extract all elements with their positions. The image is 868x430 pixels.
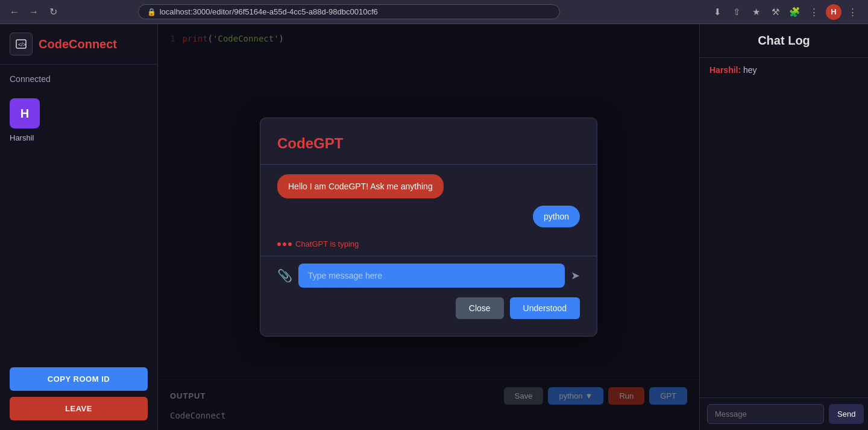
address-bar[interactable]: 🔒 localhost:3000/editor/96f5164e-a55d-4c… (138, 4, 560, 19)
browser-actions: ⬇ ⇧ ★ ⚒ 🧩 ⋮ H ⋮ (710, 4, 861, 20)
attach-icon[interactable]: 📎 (277, 268, 292, 283)
user-row: H Harshil (10, 98, 148, 142)
dot-1 (277, 242, 281, 246)
browser-bar: ← → ↻ 🔒 localhost:3000/editor/96f5164e-a… (0, 0, 868, 24)
codegpt-modal: CodeGPT Hello I am CodeGPT! Ask me anyth… (260, 118, 597, 337)
puzzle-icon[interactable]: 🧩 (787, 4, 803, 20)
extension-icon[interactable]: ⚒ (768, 4, 784, 20)
typing-indicator: ChatGPT is typing (277, 239, 580, 248)
typing-dots (277, 242, 292, 246)
chat-message-1: Harshil: hey (709, 65, 858, 75)
main-layout: </> CodeConnect Connected H Harshil COPY… (0, 24, 868, 430)
modal-divider-bottom (260, 256, 597, 256)
reload-button[interactable]: ↻ (46, 5, 60, 19)
logo-icon: </> (10, 33, 33, 55)
url-text: localhost:3000/editor/96f5164e-a55d-4cc5… (160, 7, 378, 16)
send-button[interactable]: Send (829, 404, 864, 424)
chat-msg-text: hey (743, 65, 757, 75)
sidebar-users: H Harshil (0, 93, 157, 147)
star-icon[interactable]: ★ (749, 4, 764, 20)
menu-icon[interactable]: ⋮ (807, 4, 822, 20)
sidebar: </> CodeConnect Connected H Harshil COPY… (0, 24, 158, 430)
typing-row: ChatGPT is typing (277, 239, 580, 248)
download-icon[interactable]: ⬇ (710, 4, 726, 20)
understood-button[interactable]: Understood (510, 297, 580, 319)
chat-input-row: Send (700, 397, 868, 430)
user-bubble: python (533, 206, 580, 227)
modal-title: CodeGPT (277, 135, 580, 152)
forward-button[interactable]: → (27, 5, 41, 19)
chat-messages: Harshil: hey (700, 58, 868, 397)
dot-3 (288, 242, 292, 246)
gpt-message-bubble: Hello I am CodeGPT! Ask me anything (277, 174, 580, 206)
copy-room-button[interactable]: COPY ROOM ID (10, 367, 148, 391)
modal-divider-top (260, 164, 597, 165)
app-name: CodeConnect (39, 37, 117, 51)
modal-footer: Close Understood (277, 297, 580, 319)
close-button[interactable]: Close (456, 297, 504, 319)
user-avatar-browser[interactable]: H (826, 4, 841, 20)
chat-panel: Chat Log Harshil: hey Send (699, 24, 868, 430)
sidebar-header: </> CodeConnect (0, 24, 157, 65)
connected-label: Connected (0, 65, 157, 93)
lock-icon: 🔒 (147, 8, 156, 16)
back-button[interactable]: ← (7, 5, 22, 19)
chat-msg-user: Harshil: (709, 65, 741, 75)
sidebar-bottom: COPY ROOM ID LEAVE (0, 358, 157, 430)
modal-send-icon[interactable]: ➤ (571, 269, 580, 282)
editor-area: 1 print('CodeConnect') OUTPUT Save pytho… (158, 24, 699, 430)
gpt-bubble: Hello I am CodeGPT! Ask me anything (277, 174, 444, 198)
chat-header: Chat Log (700, 24, 868, 58)
modal-messages: Hello I am CodeGPT! Ask me anything pyth… (277, 174, 580, 248)
leave-button[interactable]: LEAVE (10, 397, 148, 420)
user-name: Harshil (10, 133, 34, 142)
typing-text: ChatGPT is typing (295, 239, 359, 248)
svg-text:</>: </> (18, 42, 26, 48)
modal-input-row: 📎 ➤ (277, 264, 580, 288)
modal-overlay: CodeGPT Hello I am CodeGPT! Ask me anyth… (158, 24, 699, 430)
user-message-row: python (277, 206, 580, 235)
modal-message-input[interactable] (298, 264, 565, 288)
chat-message-input[interactable] (707, 404, 824, 424)
dot-2 (283, 242, 286, 246)
user-avatar: H (10, 98, 40, 128)
share-icon[interactable]: ⇧ (729, 4, 745, 20)
more-icon[interactable]: ⋮ (845, 4, 861, 20)
